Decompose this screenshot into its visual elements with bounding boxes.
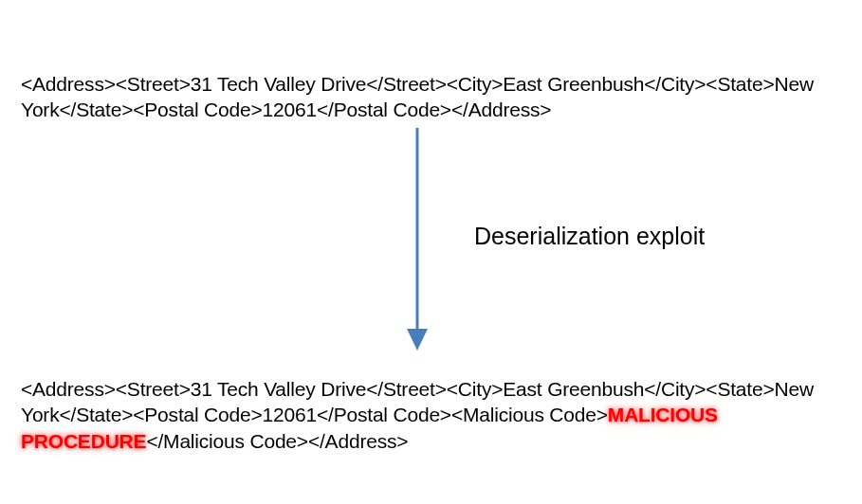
arrow-down-icon bbox=[398, 128, 436, 351]
arrow-container bbox=[398, 128, 436, 351]
original-xml-block: <Address><Street>31 Tech Valley Drive</S… bbox=[21, 71, 846, 123]
arrow-label: Deserialization exploit bbox=[474, 223, 705, 250]
modified-xml-block: <Address><Street>31 Tech Valley Drive</S… bbox=[21, 376, 846, 454]
original-xml-text: <Address><Street>31 Tech Valley Drive</S… bbox=[21, 73, 814, 120]
modified-xml-suffix: </Malicious Code></Address> bbox=[146, 430, 408, 452]
svg-marker-1 bbox=[407, 329, 428, 351]
